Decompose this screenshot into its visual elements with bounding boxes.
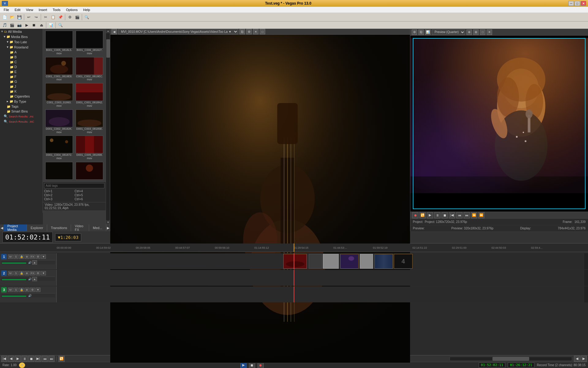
tree-item-by-type[interactable]: ▸ 📁 By Type	[0, 99, 43, 104]
track-lock-btn-1[interactable]: 🔒	[19, 255, 24, 259]
tb2-btn5[interactable]: ⏹	[31, 22, 37, 29]
track-arrow-btn-1[interactable]: ▼	[41, 255, 46, 259]
center-chain-btn[interactable]: ⛓	[239, 29, 245, 34]
right-close-btn[interactable]: ✕	[487, 29, 492, 35]
cut-button[interactable]: ✂	[42, 14, 49, 21]
thumb-item-d001c005[interactable]: D001_C005_081898.mov	[75, 135, 105, 161]
tb2-btn2[interactable]: 🎬	[9, 22, 15, 29]
open-button[interactable]: 📂	[9, 14, 15, 21]
right-btn2[interactable]: ⊞	[473, 29, 479, 35]
tl-play[interactable]: ▶	[15, 356, 21, 362]
track-clip-empty-1[interactable]	[309, 254, 322, 269]
search-button[interactable]: 🔍	[83, 14, 90, 21]
track-volume-3[interactable]	[2, 296, 26, 297]
r-pause-btn[interactable]: ⏸	[434, 212, 440, 218]
r-record-btn[interactable]: ⏺	[412, 212, 418, 218]
track-settings-btn-1[interactable]: ⚙	[36, 255, 40, 259]
r-stop-btn[interactable]: ⏹	[442, 212, 448, 218]
scroll-left-btn[interactable]: ◀	[574, 356, 580, 362]
tl-stop[interactable]: ⏹	[28, 356, 34, 362]
tl-next-frame[interactable]: ⏭	[48, 356, 55, 362]
properties-button[interactable]: ⚙	[66, 14, 73, 21]
tab-media[interactable]: Med...	[89, 224, 106, 231]
save-button[interactable]: 💾	[16, 14, 23, 21]
menu-edit[interactable]: Edit	[12, 7, 23, 12]
thumb-item-d001c001[interactable]: D001_C001_0818N2.mov	[75, 82, 105, 108]
r-loop-btn[interactable]: 🔁	[420, 212, 426, 218]
tab-scroll-left[interactable]: ◀	[0, 224, 4, 231]
menu-view[interactable]: View	[24, 7, 36, 12]
tb2-btn3[interactable]: 📷	[16, 22, 23, 29]
paste-button[interactable]: 📌	[57, 14, 64, 21]
tl-pause[interactable]: ⏸	[21, 356, 28, 362]
track-clip-black-1[interactable]: 4	[394, 254, 412, 269]
r-go-start-btn[interactable]: |◀	[449, 212, 455, 218]
track-settings-btn-3[interactable]: ⚙	[30, 288, 35, 292]
thumb-item-d001c003[interactable]: D001_C003_08185E.mov	[75, 109, 105, 135]
r-prev-frame-btn[interactable]: ⏮	[456, 212, 462, 218]
tl-prev-frame[interactable]: ⏮	[42, 356, 48, 362]
thumb-item-d001c007[interactable]	[75, 161, 105, 180]
thumb-item-c001c002[interactable]: C001_C002_0819EC.mov	[75, 56, 105, 82]
r-play-btn[interactable]: ▶	[427, 212, 433, 218]
preview-quality-selector[interactable]: Preview (Quarter)	[432, 29, 465, 35]
track-volume-2[interactable]	[2, 279, 26, 280]
media-tree[interactable]: ▾ 🗂 All Media ▾ 📁 Media Bins ▾ 📁 Too Lat…	[0, 29, 43, 213]
tree-item-c[interactable]: 📁 C	[0, 59, 43, 64]
tb2-search[interactable]: 🔍	[57, 22, 64, 29]
menu-options[interactable]: Options	[64, 7, 80, 12]
scroll-right-btn[interactable]: ▶	[581, 356, 587, 362]
scroll-handle[interactable]	[106, 39, 110, 58]
track-fx-btn-1[interactable]: FX	[30, 255, 35, 259]
timeline-scroll-handle[interactable]	[492, 357, 529, 361]
tree-item-b[interactable]: 📁 B	[0, 55, 43, 59]
timeline-scroll-bar[interactable]	[450, 357, 572, 361]
tree-item-e[interactable]: 📁 E	[0, 69, 43, 74]
copy-button[interactable]: 📋	[50, 14, 56, 21]
redo-button[interactable]: ↪	[33, 14, 40, 21]
track-mute-btn-2[interactable]: M	[8, 271, 13, 275]
track-lock-btn-3[interactable]: 🔒	[19, 288, 24, 292]
track-settings-btn-2[interactable]: ⚙	[36, 271, 40, 275]
track-solo-btn-1[interactable]: S	[13, 255, 18, 259]
track-comp-btn-2[interactable]: ⊕	[24, 271, 29, 275]
tree-item-all-media[interactable]: ▾ 🗂 All Media	[0, 29, 43, 34]
track-fx-btn-2[interactable]: FX	[30, 271, 35, 275]
tl-go-end[interactable]: ▶|	[35, 356, 41, 362]
maximize-button[interactable]: □	[575, 1, 580, 6]
tree-item-cigarettes[interactable]: 📁 Cigarettes	[0, 94, 43, 99]
menu-tools[interactable]: Tools	[50, 7, 63, 12]
undo-button[interactable]: ↩	[25, 14, 32, 21]
track-content-3[interactable]	[57, 286, 584, 302]
tab-explorer[interactable]: Explorer	[27, 224, 47, 231]
tree-item-search1[interactable]: 🔍 Search Results: .mc	[0, 114, 43, 119]
track-volume-1[interactable]	[2, 263, 26, 264]
r-next-frame-btn[interactable]: ⏭	[464, 212, 470, 218]
track-comp-btn-3[interactable]: ⊕	[24, 288, 29, 292]
scroll-down-btn[interactable]: ▼	[106, 220, 110, 224]
scroll-up-btn[interactable]: ▲	[106, 29, 110, 33]
clip-selector[interactable]: MVI_0010.MOV [C:\Users\Andre\Documents\S…	[118, 29, 238, 34]
render-button[interactable]: 🎬	[74, 14, 81, 21]
tb2-btn6[interactable]: ⏏	[38, 22, 45, 29]
tree-item-smart-bins[interactable]: 📁 Smart Bins	[0, 109, 43, 114]
track-expand-btn-1[interactable]: ▲	[32, 260, 37, 265]
menu-file[interactable]: File	[1, 7, 12, 12]
thumb-item-b001c006[interactable]: B001_C006_0818J7.mov	[75, 30, 105, 56]
tab-video-fx[interactable]: Video FX	[71, 224, 89, 231]
tree-item-search2[interactable]: 🔍 Search Results: .MC	[0, 119, 43, 124]
tree-item-k[interactable]: 📁 K	[0, 89, 43, 94]
tree-item-too-late[interactable]: ▾ 📁 Too Late	[0, 39, 43, 44]
thumb-item-b001c005[interactable]: B001_C005_0818L5.mov	[44, 30, 74, 56]
right-btn1[interactable]: ⊕	[466, 29, 472, 35]
center-expand-btn[interactable]: □	[260, 29, 265, 34]
track-comp-btn-1[interactable]: ⊕	[24, 255, 29, 259]
track-clip-purple-1[interactable]	[340, 254, 359, 269]
thumb-item-d001c006[interactable]	[44, 161, 74, 180]
track-clip-white-1[interactable]	[323, 254, 339, 269]
thumb-item-d001c004[interactable]: D001_C004_081872.mov	[44, 135, 74, 161]
right-settings-btn[interactable]: ⚙	[412, 29, 417, 35]
track-mute-btn-1[interactable]: M	[8, 255, 13, 259]
right-chain-btn[interactable]: ⛓	[418, 29, 424, 35]
menu-insert[interactable]: Insert	[36, 7, 50, 12]
